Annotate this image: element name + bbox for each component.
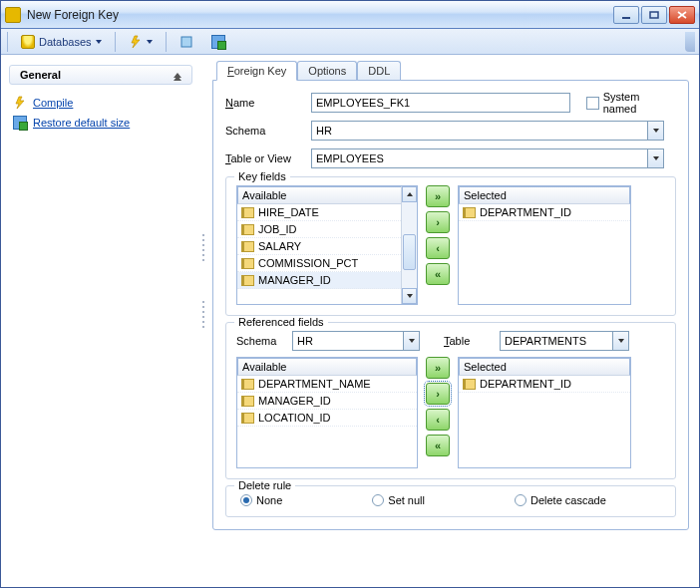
delete-rule-group: Delete rule None Set null Delete casc (225, 485, 676, 517)
sidenav: General Compile Restore default size (1, 55, 200, 587)
minimize-button[interactable] (613, 6, 639, 24)
scroll-up-button (402, 186, 417, 202)
window-titlebar: New Foreign Key (1, 1, 699, 29)
radio-none-label: None (256, 494, 282, 506)
list-item: SALARY (237, 238, 401, 255)
nav-compile[interactable]: Compile (13, 93, 188, 113)
key-fields-legend: Key fields (234, 170, 290, 182)
add-all-button[interactable]: » (426, 185, 450, 207)
add-button[interactable]: › (426, 211, 450, 233)
add-all-button[interactable]: » (426, 357, 450, 379)
radio-set-null-label: Set null (388, 494, 425, 506)
list-item: LOCATION_ID (237, 410, 417, 427)
system-named-label: System named (603, 91, 676, 115)
key-available-list[interactable]: Available HIRE_DATE JOB_ID SALARY COMMIS… (236, 185, 418, 305)
chevron-down-icon (647, 122, 663, 140)
tab-ddl[interactable]: DDL (357, 61, 401, 81)
svg-marker-4 (132, 36, 140, 48)
ref-schema-combo[interactable]: HR (292, 331, 420, 351)
ref-table-label: Table (444, 335, 494, 347)
tab-foreign-key[interactable]: Foreign Key (216, 61, 297, 81)
remove-all-button[interactable]: « (426, 263, 450, 285)
toolbar-action-1[interactable] (173, 32, 200, 52)
name-label: Name (225, 97, 303, 109)
scroll-thumb (403, 234, 416, 270)
ref-available-list[interactable]: Available DEPARTMENT_NAME MANAGER_ID LOC… (236, 357, 418, 468)
chevron-down-icon (96, 40, 102, 44)
list-item: COMMISSION_PCT (237, 255, 401, 272)
foreign-key-panel: Name System named Schema HR (212, 80, 689, 530)
available-header: Available (237, 186, 417, 204)
delete-rule-legend: Delete rule (234, 479, 295, 491)
radio-icon (515, 494, 526, 506)
remove-all-button[interactable]: « (426, 435, 450, 456)
nav-restore-default-size[interactable]: Restore default size (13, 113, 188, 133)
radio-set-null[interactable]: Set null (372, 494, 425, 506)
remove-button[interactable]: ‹ (426, 237, 450, 259)
lightning-icon (129, 35, 143, 49)
scrollbar[interactable] (401, 186, 417, 304)
svg-rect-1 (650, 12, 658, 18)
radio-none[interactable]: None (240, 494, 282, 506)
restore-size-icon (13, 116, 27, 130)
chevron-down-icon (403, 332, 419, 350)
schema-label: Schema (225, 125, 303, 137)
available-header: Available (237, 358, 417, 376)
schema-value: HR (312, 125, 647, 137)
radio-icon (240, 494, 252, 506)
column-icon (463, 207, 476, 218)
chevron-down-icon (647, 149, 663, 167)
system-named-checkbox[interactable]: System named (586, 91, 676, 115)
column-icon (241, 258, 254, 269)
tabstrip: Foreign Key Options DDL (216, 61, 689, 81)
tab-options-label: Options (308, 65, 346, 77)
close-button[interactable] (669, 6, 695, 24)
svg-rect-5 (181, 37, 191, 47)
tab-ddl-label: DDL (368, 65, 390, 77)
table-value: EMPLOYEES (312, 152, 647, 164)
list-item: MANAGER_ID (237, 393, 417, 410)
radio-cascade-label: Delete cascade (530, 494, 606, 506)
list-item: DEPARTMENT_ID (459, 204, 630, 221)
selected-header: Selected (459, 186, 630, 204)
ref-table-value: DEPARTMENTS (501, 335, 612, 347)
table-combo[interactable]: EMPLOYEES (311, 148, 664, 168)
ref-schema-value: HR (293, 335, 403, 347)
list-item: DEPARTMENT_NAME (237, 376, 417, 393)
checkbox-icon (586, 97, 599, 110)
lightning-icon (13, 96, 27, 110)
collapse-icon (174, 73, 181, 78)
schema-combo[interactable]: HR (311, 121, 664, 141)
list-item: JOB_ID (237, 221, 401, 238)
databases-dropdown[interactable]: Databases (14, 32, 109, 52)
ref-selected-list[interactable]: Selected DEPARTMENT_ID (458, 357, 631, 468)
svg-rect-0 (622, 17, 630, 19)
key-selected-list[interactable]: Selected DEPARTMENT_ID (458, 185, 631, 305)
column-icon (241, 275, 254, 286)
tab-options[interactable]: Options (297, 61, 357, 81)
toolbar-overflow[interactable] (685, 32, 695, 52)
document-icon (179, 35, 193, 49)
list-item: DEPARTMENT_ID (459, 376, 630, 393)
sidenav-header-label: General (20, 69, 61, 81)
ref-schema-label: Schema (236, 335, 286, 347)
list-item: MANAGER_ID (237, 272, 401, 289)
svg-marker-6 (16, 97, 24, 109)
database-icon (21, 35, 35, 49)
radio-delete-cascade[interactable]: Delete cascade (515, 494, 606, 506)
ref-table-combo[interactable]: DEPARTMENTS (500, 331, 629, 351)
scroll-down-button (402, 288, 417, 304)
column-icon (241, 241, 254, 252)
toolbar-action-2[interactable] (204, 32, 232, 52)
compile-toolbar-button[interactable] (122, 32, 160, 52)
column-icon (241, 224, 254, 235)
remove-button[interactable]: ‹ (426, 409, 450, 431)
maximize-button[interactable] (641, 6, 667, 24)
toolbar: Databases (1, 29, 699, 55)
nav-compile-label: Compile (33, 97, 73, 109)
name-input[interactable] (311, 93, 570, 113)
add-button[interactable]: › (426, 383, 450, 405)
table-label: Table or View (225, 152, 303, 164)
column-icon (241, 413, 254, 424)
sidenav-header-general[interactable]: General (9, 65, 192, 85)
